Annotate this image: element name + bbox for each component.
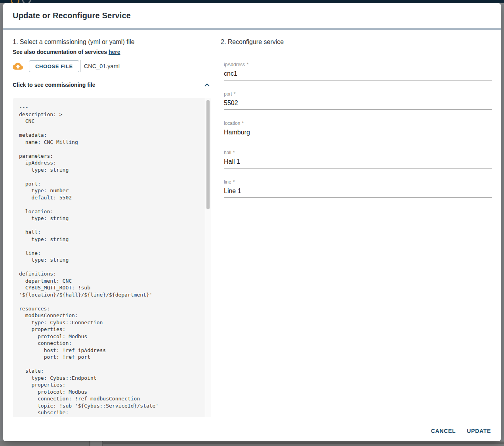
field-label: line* — [224, 179, 492, 185]
commissioning-file-toggle-label: Click to see commissioning file — [13, 82, 95, 88]
background-table-border — [103, 442, 504, 444]
required-asterisk: * — [242, 121, 244, 126]
required-asterisk: * — [233, 150, 235, 155]
port-input[interactable]: 5502 — [224, 99, 492, 107]
input-underline — [224, 197, 492, 198]
field-location: location* Hamburg — [224, 121, 492, 139]
cancel-button[interactable]: CANCEL — [428, 425, 460, 437]
yaml-code: --- description: > CNC metadata: name: C… — [13, 98, 211, 417]
documentation-note-text: See also documentation of services — [13, 49, 107, 55]
code-scrollbar[interactable] — [205, 98, 211, 417]
required-asterisk: * — [234, 91, 236, 97]
field-label: ipAddress* — [224, 62, 492, 67]
field-label: port* — [224, 91, 492, 97]
update-service-dialog: Update or Reconfigure Service 1. Select … — [3, 3, 501, 441]
field-ipaddress: ipAddress* cnc1 — [224, 62, 492, 80]
line-input[interactable]: Line 1 — [224, 187, 492, 195]
choose-file-button[interactable]: CHOOSE FILE — [29, 60, 79, 72]
background-table-cell — [90, 441, 102, 446]
input-underline — [224, 139, 492, 139]
input-underline — [224, 109, 492, 110]
background-app-bar — [0, 0, 504, 3]
background-logo-fragment — [21, 0, 32, 3]
commissioning-file-viewer[interactable]: --- description: > CNC metadata: name: C… — [13, 98, 211, 417]
dialog-title: Update or Reconfigure Service — [13, 11, 131, 20]
field-line: line* Line 1 — [224, 179, 492, 198]
dialog-body: 1. Select a commissioning (yml or yaml) … — [3, 30, 501, 441]
reconfigure-heading: 2. Reconfigure service — [221, 38, 284, 46]
required-asterisk: * — [246, 62, 248, 67]
file-upload-row: CHOOSE FILE CNC_01.yaml — [13, 60, 120, 72]
dialog-header: Update or Reconfigure Service — [3, 3, 501, 28]
update-button[interactable]: UPDATE — [463, 425, 494, 437]
commissioning-file-toggle[interactable]: Click to see commissioning file — [13, 80, 211, 89]
cloud-upload-icon — [13, 61, 23, 71]
ipaddress-input[interactable]: cnc1 — [224, 70, 492, 77]
chevron-up-icon[interactable] — [204, 82, 210, 88]
field-hall: hall* Hall 1 — [224, 150, 492, 168]
location-input[interactable]: Hamburg — [224, 128, 492, 136]
selected-file-name: CNC_01.yaml — [84, 63, 120, 69]
field-label: hall* — [224, 150, 492, 155]
input-underline — [224, 80, 492, 80]
hall-input[interactable]: Hall 1 — [224, 158, 492, 165]
filename-separator — [80, 60, 81, 72]
select-file-heading: 1. Select a commissioning (yml or yaml) … — [13, 38, 135, 46]
dimmed-background-table — [0, 441, 504, 446]
background-table-divider — [102, 441, 103, 446]
documentation-note: See also documentation of services here — [13, 49, 120, 55]
background-logo-fragment — [10, 0, 20, 3]
documentation-link[interactable]: here — [109, 49, 120, 55]
field-port: port* 5502 — [224, 91, 492, 110]
input-underline — [224, 168, 492, 168]
dialog-actions: CANCEL UPDATE — [428, 425, 494, 437]
field-label: location* — [224, 121, 492, 126]
code-scrollbar-thumb[interactable] — [206, 100, 210, 209]
required-asterisk: * — [233, 179, 235, 185]
